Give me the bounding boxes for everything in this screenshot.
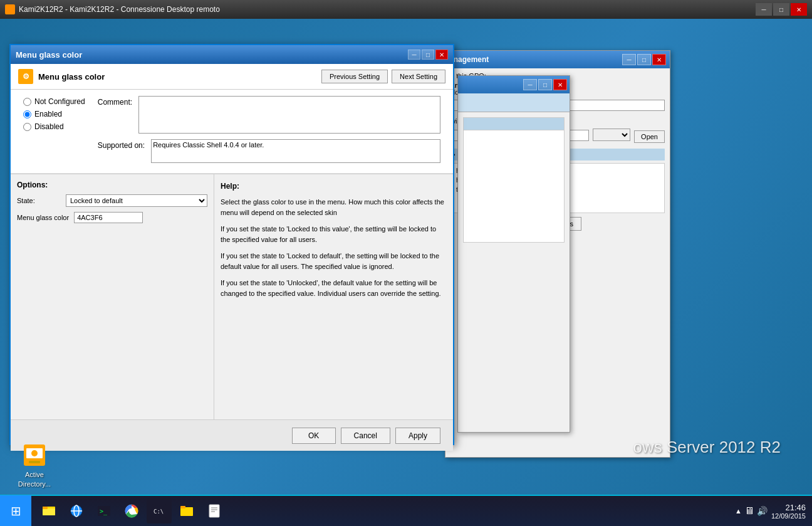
svg-rect-2: [29, 461, 40, 463]
dialog-header: ⚙ Menu glass color Previous Setting Next…: [11, 64, 453, 90]
secondary-close[interactable]: ✕: [553, 79, 567, 90]
supported-label: Supported on:: [98, 141, 145, 150]
ok-button[interactable]: OK: [292, 428, 336, 444]
file-explorer-icon[interactable]: [36, 498, 61, 523]
radio-not-configured-input[interactable]: [23, 98, 31, 106]
dialog-title: Menu glass color: [16, 50, 82, 60]
svg-rect-6: [43, 507, 48, 509]
state-dropdown[interactable]: Locked to default Locked to this value U…: [66, 194, 207, 207]
dialog-header-left: ⚙ Menu glass color: [18, 69, 105, 84]
terminal-icon[interactable]: >_: [91, 498, 117, 523]
menu-glass-label: Menu glass color: [17, 214, 69, 221]
prev-setting-button[interactable]: Previous Setting: [321, 70, 388, 83]
comment-area: Comment: Supported on: Requires Classic …: [98, 96, 440, 163]
window-title: Kami2K12R2 - Kami2K12R2 - Connessione De…: [19, 5, 220, 14]
document-icon[interactable]: [202, 498, 227, 523]
taskbar-icons: >_ C:\: [31, 498, 232, 523]
apply-button[interactable]: Apply: [395, 428, 440, 444]
ie-svg: [69, 503, 84, 518]
icon-image: [22, 443, 47, 468]
supported-input: Requires Classic Shell 4.0.4 or later.: [151, 139, 440, 163]
secondary-titlebar: ─ □ ✕: [458, 76, 570, 93]
secondary-content: [458, 112, 570, 432]
clock-time: 21:46: [771, 503, 806, 512]
radio-comment-row: Not Configured Enabled Disabled: [23, 96, 440, 163]
secondary-win-controls: ─ □ ✕: [523, 79, 567, 90]
menu-glass-row: Menu glass color: [17, 212, 207, 223]
chrome-svg: [124, 503, 139, 518]
start-button[interactable]: ⊞: [0, 495, 31, 526]
options-panel: Options: State: Locked to default Locked…: [11, 174, 214, 419]
ie-icon[interactable]: [64, 498, 89, 523]
file-explorer-svg: [41, 503, 56, 518]
maximize-button[interactable]: □: [773, 3, 789, 16]
mgmt-win-controls: ─ □ ✕: [622, 54, 666, 65]
radio-enabled: Enabled: [23, 110, 85, 118]
minimize-button[interactable]: ─: [756, 3, 772, 16]
radio-disabled: Disabled: [23, 122, 85, 131]
radio-enabled-label: Enabled: [34, 110, 62, 118]
dialog-minimize[interactable]: ─: [408, 50, 420, 60]
folder-svg: [179, 503, 194, 518]
comment-textarea[interactable]: [138, 96, 440, 134]
titlebar-controls: ─ □ ✕: [756, 3, 807, 16]
radio-disabled-input[interactable]: [23, 123, 31, 131]
remote-desktop-titlebar: Kami2K12R2 - Kami2K12R2 - Connessione De…: [0, 0, 812, 19]
management-titlebar: anagement ─ □ ✕: [445, 51, 670, 68]
help-text-4: If you set the state to 'Unlocked', the …: [221, 278, 447, 298]
dialog-titlebar: Menu glass color ─ □ ✕: [11, 45, 453, 64]
secondary-maximize[interactable]: □: [538, 79, 552, 90]
close-button[interactable]: ✕: [791, 3, 807, 16]
radio-enabled-input[interactable]: [23, 110, 31, 118]
help-text-3: If you set the state to 'Locked to defau…: [221, 251, 447, 271]
mgmt-select[interactable]: [593, 129, 630, 141]
mgmt-close-button[interactable]: ✕: [652, 54, 666, 65]
cancel-button[interactable]: Cancel: [341, 428, 390, 444]
system-tray: ▲ 🖥 🔊: [735, 505, 768, 517]
dialog-nav-buttons: Previous Setting Next Setting: [321, 70, 445, 83]
svg-rect-18: [180, 506, 185, 508]
app-icon: [5, 4, 15, 14]
supported-text: Requires Classic Shell 4.0.4 or later.: [153, 141, 264, 149]
clock-date: 12/09/2015: [771, 512, 806, 520]
document-svg: [207, 503, 222, 518]
management-title: anagement: [449, 55, 489, 64]
radio-section: Not Configured Enabled Disabled: [11, 90, 453, 174]
folder-icon[interactable]: [174, 498, 199, 523]
help-text-2: If you set the state to 'Locked to this …: [221, 224, 447, 245]
svg-point-3: [31, 450, 38, 456]
cmd-icon[interactable]: C:\: [147, 498, 172, 523]
volume-icon: 🔊: [757, 506, 768, 516]
network-icon: 🖥: [744, 505, 754, 517]
terminal-svg: >_: [96, 503, 112, 518]
mgmt-minimize-button[interactable]: ─: [622, 54, 636, 65]
clock[interactable]: 21:46 12/09/2015: [771, 503, 806, 520]
state-label: State:: [17, 197, 61, 204]
radio-not-configured-label: Not Configured: [34, 97, 85, 106]
svg-point-14: [129, 508, 134, 513]
secondary-minimize[interactable]: ─: [523, 79, 537, 90]
dialog-maximize[interactable]: □: [422, 50, 434, 60]
dialog-header-label: Menu glass color: [38, 72, 105, 82]
cmd-svg: C:\: [152, 503, 167, 518]
active-directory-icon[interactable]: Active Directory...: [13, 443, 56, 488]
dialog: Menu glass color ─ □ ✕ ⚙ Menu glass colo…: [9, 44, 454, 445]
titlebar-left: Kami2K12R2 - Kami2K12R2 - Connessione De…: [5, 4, 220, 14]
open-button[interactable]: Open: [634, 130, 665, 143]
show-desktop-btn[interactable]: ▲: [735, 507, 742, 515]
mgmt-maximize-button[interactable]: □: [637, 54, 651, 65]
options-label: Options:: [17, 181, 207, 189]
dialog-win-controls: ─ □ ✕: [408, 50, 448, 60]
dialog-footer: OK Cancel Apply: [11, 419, 453, 451]
next-setting-button[interactable]: Next Setting: [392, 70, 445, 83]
menu-glass-input[interactable]: [74, 212, 143, 223]
secondary-list: [463, 117, 565, 243]
radio-disabled-label: Disabled: [34, 122, 64, 131]
dialog-close[interactable]: ✕: [435, 50, 448, 60]
chrome-icon[interactable]: [119, 498, 144, 523]
svg-text:>_: >_: [100, 508, 108, 515]
comment-section: Comment:: [98, 96, 440, 135]
server-label: ows Server 2012 R2: [633, 438, 781, 457]
secondary-list-header: [464, 118, 564, 130]
ad-icon-svg: [23, 443, 46, 467]
